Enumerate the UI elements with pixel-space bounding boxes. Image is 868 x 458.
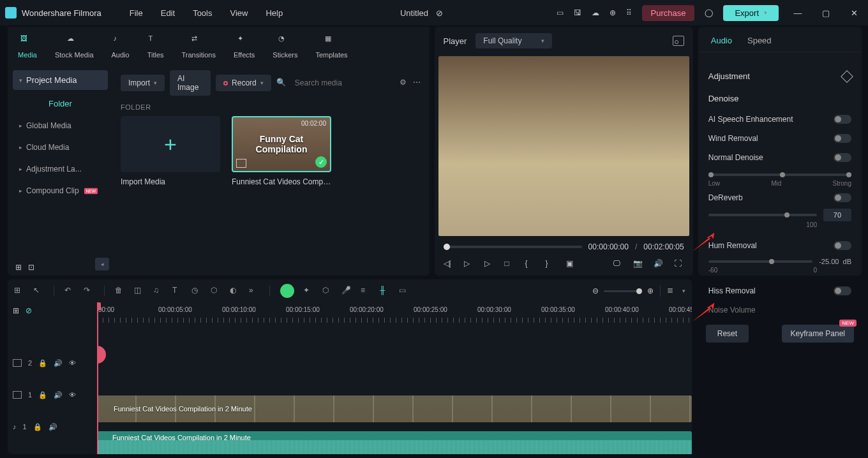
reset-button[interactable]: Reset bbox=[706, 325, 749, 343]
filter-icon[interactable]: ⚙ bbox=[400, 78, 408, 88]
prev-frame-icon[interactable]: ◁| bbox=[444, 259, 454, 269]
cloud-icon[interactable]: ☁ bbox=[592, 8, 599, 17]
menu-file[interactable]: File bbox=[121, 8, 152, 18]
monitor-icon[interactable]: 🖵 bbox=[613, 259, 623, 269]
tab-audio[interactable]: ♪Audio bbox=[112, 32, 130, 59]
timeline-tracks[interactable]: 00:00 00:00:05:00 00:00:10:00 00:00:15:0… bbox=[97, 302, 692, 454]
sidebar-folder[interactable]: Folder bbox=[8, 90, 113, 115]
sparkle-icon[interactable]: ✦ bbox=[303, 286, 313, 296]
normal-denoise-slider[interactable] bbox=[708, 174, 851, 176]
playhead[interactable] bbox=[97, 302, 98, 454]
mask-icon[interactable]: ◐ bbox=[230, 286, 240, 296]
tab-titles[interactable]: TTitles bbox=[147, 32, 164, 59]
sidebar-compound-clip[interactable]: ▸Compound Clip bbox=[8, 180, 113, 202]
purchase-button[interactable]: Purchase bbox=[642, 5, 695, 21]
tab-media[interactable]: 🖼Media bbox=[18, 32, 37, 59]
sidebar-adjustment-layer[interactable]: ▸Adjustment La... bbox=[8, 158, 113, 180]
speed-icon[interactable]: ◷ bbox=[191, 286, 202, 296]
search-input[interactable] bbox=[291, 75, 394, 91]
media-clip-tile[interactable]: 00:02:00 Funny CatCompilation ✓ Funniest… bbox=[232, 116, 331, 186]
chevron-down-icon[interactable]: ▾ bbox=[682, 288, 685, 294]
more-icon[interactable]: ⋯ bbox=[413, 78, 421, 88]
account-icon[interactable]: ◯ bbox=[705, 8, 713, 17]
zoom-out-icon[interactable]: ⊖ bbox=[592, 286, 599, 295]
grid-icon[interactable]: ⠿ bbox=[626, 8, 632, 17]
ai-image-button[interactable]: AI Image bbox=[170, 70, 211, 96]
redo-icon[interactable]: ↷ bbox=[84, 286, 94, 296]
import-media-tile[interactable]: + bbox=[121, 116, 220, 172]
mute-icon[interactable]: 🔊 bbox=[49, 423, 57, 431]
audio-track-1[interactable]: Funniest Cat Videos Compilation in 2 Min… bbox=[97, 429, 692, 454]
mark-out-icon[interactable]: } bbox=[546, 259, 556, 269]
tab-effects[interactable]: ✦Effects bbox=[234, 32, 255, 59]
sidebar-cloud-media[interactable]: ▸Cloud Media bbox=[8, 137, 113, 158]
cursor-icon[interactable]: ↖ bbox=[33, 286, 43, 296]
tab-stock-media[interactable]: ☁Stock Media bbox=[55, 32, 94, 59]
new-folder-icon[interactable]: ⊞ bbox=[15, 263, 22, 272]
lock-icon[interactable]: 🔒 bbox=[38, 391, 47, 399]
export-button[interactable]: Export▾ bbox=[723, 5, 779, 21]
video-track-1[interactable]: Funniest Cat Videos Compilation in 2 Min… bbox=[97, 393, 692, 425]
headphones-icon[interactable]: ⊕ bbox=[610, 8, 616, 17]
menu-view[interactable]: View bbox=[221, 8, 257, 18]
crop-icon[interactable]: ◫ bbox=[134, 286, 144, 296]
ai-speech-toggle[interactable] bbox=[834, 115, 851, 124]
preview-video[interactable] bbox=[438, 56, 689, 236]
dereverb-toggle[interactable] bbox=[834, 193, 851, 202]
tab-audio-props[interactable]: Audio bbox=[711, 36, 732, 45]
mute-icon[interactable]: 🔊 bbox=[54, 391, 63, 399]
menu-edit[interactable]: Edit bbox=[152, 8, 184, 18]
hum-toggle[interactable] bbox=[834, 241, 851, 250]
tab-stickers[interactable]: ◔Stickers bbox=[273, 32, 297, 59]
new-bin-icon[interactable]: ⊡ bbox=[28, 263, 34, 272]
audio-clip[interactable]: Funniest Cat Videos Compilation in 2 Min… bbox=[97, 431, 692, 454]
zoom-slider[interactable] bbox=[604, 290, 642, 292]
mic-icon[interactable]: 🎤 bbox=[341, 286, 352, 296]
scrub-knob[interactable] bbox=[444, 244, 450, 250]
device-icon[interactable]: ▭ bbox=[557, 8, 564, 17]
scrub-slider[interactable] bbox=[444, 246, 582, 248]
dereverb-slider[interactable] bbox=[708, 214, 817, 216]
quality-select[interactable]: Full Quality▾ bbox=[475, 33, 552, 48]
keyframe-panel-button[interactable]: Keyframe PanelNEW bbox=[782, 325, 854, 343]
lock-icon[interactable]: 🔒 bbox=[38, 359, 47, 367]
import-button[interactable]: Import▾ bbox=[121, 75, 165, 91]
normal-denoise-toggle[interactable] bbox=[834, 153, 851, 162]
video-clip[interactable]: Funniest Cat Videos Compilation in 2 Min… bbox=[97, 395, 692, 422]
play-icon[interactable]: ▷ bbox=[464, 259, 474, 269]
minimize-button[interactable]: — bbox=[789, 8, 807, 18]
tab-speed-props[interactable]: Speed bbox=[747, 36, 772, 45]
dereverb-value[interactable]: 70 bbox=[823, 209, 851, 221]
wind-toggle[interactable] bbox=[834, 134, 851, 143]
text-icon[interactable]: T bbox=[172, 286, 183, 296]
menu-tools[interactable]: Tools bbox=[184, 8, 221, 18]
zoom-in-icon[interactable]: ⊕ bbox=[647, 286, 654, 295]
keyframe-diamond-icon[interactable] bbox=[841, 70, 853, 83]
sidebar-project-media[interactable]: ▾Project Media bbox=[13, 70, 108, 90]
equalizer-icon[interactable]: ≡ bbox=[361, 286, 371, 296]
undo-icon[interactable]: ↶ bbox=[64, 286, 75, 296]
fullscreen-icon[interactable]: ⛶ bbox=[674, 259, 684, 269]
slider-handle[interactable] bbox=[769, 259, 774, 264]
menu-help[interactable]: Help bbox=[257, 8, 292, 18]
volume-icon[interactable]: 🔊 bbox=[654, 259, 664, 269]
delete-icon[interactable]: 🗑 bbox=[115, 286, 125, 296]
grid-icon[interactable]: ⊞ bbox=[14, 286, 24, 296]
marker-icon[interactable]: ╫ bbox=[380, 286, 390, 296]
shield-icon[interactable]: ⬡ bbox=[322, 286, 333, 296]
snapshot-icon[interactable] bbox=[673, 36, 684, 46]
timeline-ruler[interactable]: 00:00 00:00:05:00 00:00:10:00 00:00:15:0… bbox=[97, 302, 692, 323]
music-icon[interactable]: ♫ bbox=[153, 286, 163, 296]
link-icon[interactable]: ⊘ bbox=[26, 306, 32, 315]
tab-transitions[interactable]: ⇄Transitions bbox=[182, 32, 216, 59]
color-icon[interactable]: ⬡ bbox=[211, 286, 221, 296]
ai-avatar-icon[interactable] bbox=[280, 284, 294, 298]
visibility-icon[interactable]: 👁 bbox=[69, 359, 76, 367]
mute-icon[interactable]: 🔊 bbox=[54, 359, 63, 367]
hum-slider[interactable] bbox=[708, 260, 812, 263]
record-button[interactable]: Record▾ bbox=[216, 75, 271, 91]
empty-track[interactable] bbox=[97, 328, 692, 353]
zoom-knob[interactable] bbox=[636, 288, 642, 294]
slider-handle[interactable] bbox=[708, 172, 714, 177]
tab-templates[interactable]: ▦Templates bbox=[315, 32, 347, 59]
